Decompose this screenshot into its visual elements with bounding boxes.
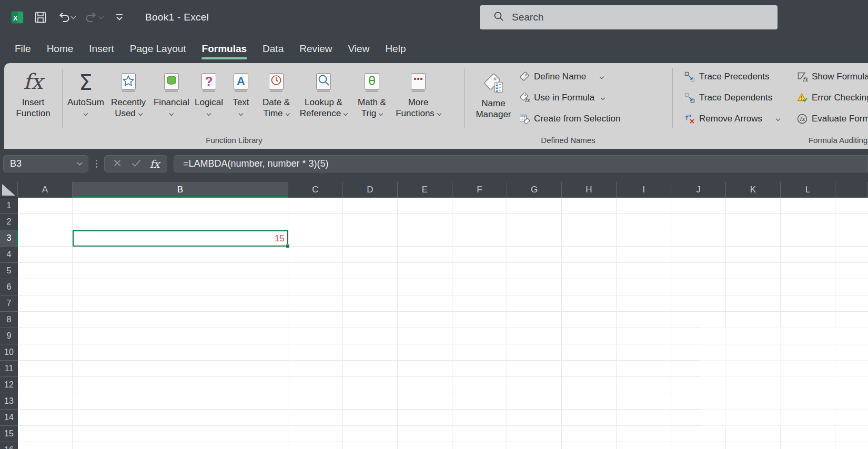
row-header-12[interactable]: 12 [0,377,18,393]
row-header-8[interactable]: 8 [0,312,18,328]
column-header-J[interactable]: J [671,182,726,198]
grid-column-line [561,198,562,449]
row-header-14[interactable]: 14 [0,410,18,426]
tab-label: Help [385,43,406,55]
tab-formulas[interactable]: Formulas [194,35,255,63]
worksheet-grid[interactable]: 15 [18,198,868,449]
ribbon-button-financial[interactable]: Financial [151,66,192,140]
dropdown-chevron-icon [169,111,174,116]
dropdown-chevron-icon [379,111,383,116]
tab-review[interactable]: Review [291,35,340,63]
tab-view[interactable]: View [340,35,378,63]
column-header-A[interactable]: A [18,182,73,198]
grid-row-line [18,426,868,442]
search-input[interactable]: Search [480,5,778,29]
column-header-B[interactable]: B [73,182,288,198]
tab-label: View [348,43,370,55]
cancel-icon[interactable] [112,158,123,170]
row-number: 7 [7,299,12,308]
column-header-I[interactable]: I [617,182,671,198]
search-icon [493,11,504,24]
ribbon-button-label: NameManager [476,98,511,120]
row-header-16[interactable]: 16 [0,442,18,449]
ribbon-button-lookup-reference[interactable]: Lookup &Reference [296,66,351,140]
column-header-C[interactable]: C [288,182,343,198]
select-all-button[interactable] [0,182,18,198]
tab-insert[interactable]: Insert [81,35,122,63]
column-header-G[interactable]: G [507,182,562,198]
title-bar: X Book1 - Excel Search [0,0,868,35]
ribbon-button-label: Create from Selection [534,114,620,124]
row-header-11[interactable]: 11 [0,361,18,377]
ribbon-button-define-name[interactable]: Define Name [519,69,620,84]
tab-data[interactable]: Data [255,35,291,63]
ribbon-button-use-in-formula[interactable]: fxUse in Formula [519,90,620,105]
excel-logo-icon[interactable]: X [8,8,26,26]
ribbon-button-show-formulas[interactable]: fxShow Formulas [796,69,868,84]
name-box-dropdown-icon[interactable] [77,160,83,166]
column-header-D[interactable]: D [343,182,398,198]
svg-text:fx: fx [800,116,805,122]
ribbon-button-name-manager[interactable]: NameManager [472,67,514,141]
tab-home[interactable]: Home [39,35,82,63]
row-header-6[interactable]: 6 [0,279,18,295]
group-label-defined-names: Defined Names [464,136,672,145]
ribbon-button-label: Define Name [534,72,586,82]
row-number: 6 [7,282,12,292]
ribbon-button-error-checking[interactable]: Error Checking [796,90,868,105]
column-header-H[interactable]: H [562,182,617,198]
label-line: Reference [300,108,341,118]
ribbon-button-trace-dependents[interactable]: Trace Dependents [684,90,780,105]
ribbon-button-insert-function[interactable]: fxInsertFunction [7,66,59,140]
row-header-9[interactable]: 9 [0,328,18,344]
customize-quick-access-icon[interactable] [110,8,128,26]
dropdown-chevron-icon [239,111,243,116]
ribbon-button-math-trig[interactable]: θMath &Trig [351,66,393,140]
row-header-4[interactable]: 4 [0,247,18,263]
ribbon-button-recently-used[interactable]: RecentlyUsed [106,66,151,140]
column-header-F[interactable]: F [452,182,507,198]
column-header-E[interactable]: E [398,182,452,198]
ribbon-button-create-from-selection[interactable]: Create from Selection [519,111,620,126]
row-header-1[interactable]: 1 [0,198,18,214]
column-header-K[interactable]: K [726,182,781,198]
grid-column-line [452,198,452,449]
enter-icon[interactable] [130,158,142,170]
row-number: 10 [4,348,14,357]
row-header-7[interactable]: 7 [0,295,18,312]
ribbon-button-date-time[interactable]: Date &Time [256,66,296,140]
ribbon-button-autosum[interactable]: ΣAutoSum [66,66,106,140]
row-header-10[interactable]: 10 [0,344,18,361]
name-box[interactable]: B3 [3,155,88,172]
svg-text:X: X [13,14,18,22]
row-header-13[interactable]: 13 [0,393,18,410]
selected-cell-B3[interactable]: 15 [73,230,288,247]
grid-row-line [18,279,868,295]
ribbon-button-logical[interactable]: ?Logical [192,66,226,140]
row-header-3[interactable]: 3 [0,230,18,247]
redo-icon[interactable] [83,8,100,26]
column-header-L[interactable]: L [781,182,835,198]
dropdown-chevron-icon [285,111,289,116]
tab-help[interactable]: Help [377,35,413,63]
fill-handle[interactable] [286,244,290,248]
row-header-2[interactable]: 2 [0,214,18,230]
ribbon: fxInsertFunctionΣAutoSumRecentlyUsedFina… [4,63,868,149]
ribbon-button-more-functions[interactable]: MoreFunctions [393,66,443,140]
ribbon-button-text[interactable]: AText [226,66,256,140]
insert-function-icon[interactable]: fx [150,158,160,170]
column-header-partial[interactable] [835,182,868,198]
save-icon[interactable] [32,8,49,26]
ribbon-button-trace-precedents[interactable]: Trace Precedents [684,69,780,84]
ribbon-button-remove-arrows[interactable]: Remove Arrows [684,111,780,126]
formula-input[interactable]: =LAMBDA(number, number * 3)(5) [174,155,868,172]
autosum-icon: Σ [75,70,96,95]
undo-icon[interactable] [55,8,73,26]
ribbon-button-evaluate-formula[interactable]: fxEvaluate Formula [796,111,868,126]
label-line: Date & [263,97,290,107]
trace-precedents-icon [684,71,695,83]
row-header-15[interactable]: 15 [0,426,18,442]
row-header-5[interactable]: 5 [0,263,18,279]
tab-page-layout[interactable]: Page Layout [122,35,194,63]
tab-file[interactable]: File [7,35,39,63]
